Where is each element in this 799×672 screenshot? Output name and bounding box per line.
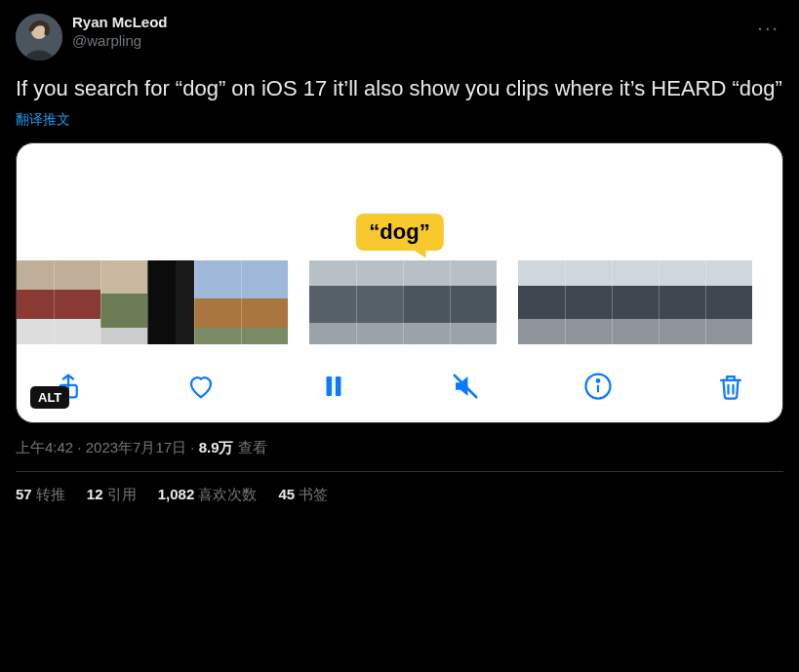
frame [194, 260, 241, 344]
tweet-header: Ryan McLeod @warpling ··· [16, 14, 783, 60]
translate-link[interactable]: 翻译推文 [16, 111, 783, 129]
frame [705, 260, 752, 344]
retweets-stat[interactable]: 57 转推 [16, 486, 65, 504]
search-bubble: “dog” [355, 214, 443, 251]
pause-icon[interactable] [317, 370, 350, 403]
author-block[interactable]: Ryan McLeod @warpling [72, 14, 743, 51]
frame [659, 260, 705, 344]
clip-1 [17, 260, 288, 344]
quotes-stat[interactable]: 12 引用 [87, 486, 137, 504]
frame [518, 260, 565, 344]
meta-line[interactable]: 上午4:42 · 2023年7月17日 · 8.9万 查看 [16, 439, 783, 457]
svg-point-8 [597, 379, 600, 382]
divider [16, 471, 783, 472]
frame [356, 260, 403, 344]
frame [565, 260, 612, 344]
svg-rect-3 [326, 376, 332, 396]
clip-3 [518, 260, 752, 344]
media-toolbar [17, 344, 782, 409]
frame [17, 260, 54, 344]
stats-row: 57 转推 12 引用 1,082 喜欢次数 45 书签 [16, 486, 783, 504]
clip-2 [309, 260, 497, 344]
frame [309, 260, 356, 344]
more-icon[interactable]: ··· [753, 14, 783, 41]
frame [403, 260, 450, 344]
date: 2023年7月17日 [86, 439, 186, 455]
handle: @warpling [72, 32, 743, 51]
display-name: Ryan McLeod [72, 14, 743, 32]
tweet-text: If you search for “dog” on iOS 17 it’ll … [16, 74, 783, 103]
media-card[interactable]: “dog” [16, 142, 783, 423]
frame [54, 260, 100, 344]
frame [147, 260, 194, 344]
frame [612, 260, 659, 344]
svg-rect-4 [335, 376, 340, 396]
tweet-container: Ryan McLeod @warpling ··· If you search … [0, 0, 799, 504]
likes-stat[interactable]: 1,082 喜欢次数 [158, 486, 258, 504]
views-count: 8.9万 [199, 439, 234, 455]
time: 上午4:42 [16, 439, 73, 455]
trash-icon[interactable] [714, 370, 747, 403]
alt-badge[interactable]: ALT [30, 386, 69, 409]
mute-icon[interactable] [449, 370, 482, 403]
heart-icon[interactable] [184, 370, 218, 403]
frame [100, 260, 147, 344]
avatar[interactable] [16, 14, 62, 60]
filmstrip [17, 260, 782, 344]
frame [241, 260, 288, 344]
views-label: 查看 [234, 439, 267, 455]
info-icon[interactable] [581, 370, 615, 403]
frame [450, 260, 497, 344]
bookmarks-stat[interactable]: 45 书签 [278, 486, 328, 504]
